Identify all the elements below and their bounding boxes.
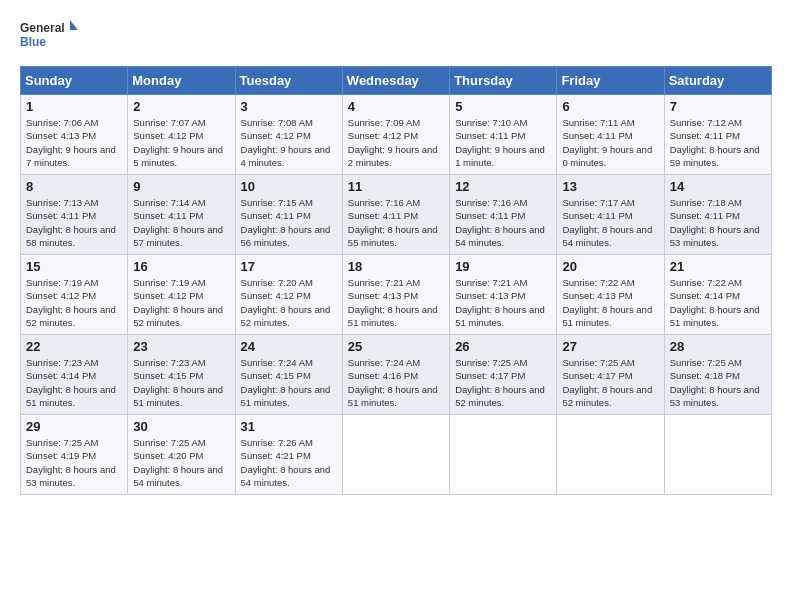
header-monday: Monday: [128, 67, 235, 95]
day-info: Sunrise: 7:15 AMSunset: 4:11 PMDaylight:…: [241, 196, 337, 249]
day-number: 8: [26, 179, 122, 194]
day-cell: 15Sunrise: 7:19 AMSunset: 4:12 PMDayligh…: [21, 255, 128, 335]
page-header: General Blue: [20, 16, 772, 56]
day-number: 30: [133, 419, 229, 434]
day-cell: 28Sunrise: 7:25 AMSunset: 4:18 PMDayligh…: [664, 335, 771, 415]
week-row-4: 22Sunrise: 7:23 AMSunset: 4:14 PMDayligh…: [21, 335, 772, 415]
day-info: Sunrise: 7:25 AMSunset: 4:19 PMDaylight:…: [26, 436, 122, 489]
day-info: Sunrise: 7:17 AMSunset: 4:11 PMDaylight:…: [562, 196, 658, 249]
header-thursday: Thursday: [450, 67, 557, 95]
day-info: Sunrise: 7:24 AMSunset: 4:15 PMDaylight:…: [241, 356, 337, 409]
day-cell: 30Sunrise: 7:25 AMSunset: 4:20 PMDayligh…: [128, 415, 235, 495]
day-number: 12: [455, 179, 551, 194]
day-number: 22: [26, 339, 122, 354]
day-cell: 19Sunrise: 7:21 AMSunset: 4:13 PMDayligh…: [450, 255, 557, 335]
week-row-5: 29Sunrise: 7:25 AMSunset: 4:19 PMDayligh…: [21, 415, 772, 495]
day-info: Sunrise: 7:25 AMSunset: 4:17 PMDaylight:…: [455, 356, 551, 409]
day-number: 1: [26, 99, 122, 114]
day-number: 27: [562, 339, 658, 354]
day-number: 3: [241, 99, 337, 114]
header-friday: Friday: [557, 67, 664, 95]
day-info: Sunrise: 7:16 AMSunset: 4:11 PMDaylight:…: [348, 196, 444, 249]
day-cell: 13Sunrise: 7:17 AMSunset: 4:11 PMDayligh…: [557, 175, 664, 255]
day-number: 7: [670, 99, 766, 114]
day-cell: 7Sunrise: 7:12 AMSunset: 4:11 PMDaylight…: [664, 95, 771, 175]
day-info: Sunrise: 7:22 AMSunset: 4:13 PMDaylight:…: [562, 276, 658, 329]
svg-text:General: General: [20, 21, 65, 35]
day-number: 17: [241, 259, 337, 274]
day-number: 16: [133, 259, 229, 274]
day-cell: 6Sunrise: 7:11 AMSunset: 4:11 PMDaylight…: [557, 95, 664, 175]
day-info: Sunrise: 7:14 AMSunset: 4:11 PMDaylight:…: [133, 196, 229, 249]
day-number: 4: [348, 99, 444, 114]
day-cell: 21Sunrise: 7:22 AMSunset: 4:14 PMDayligh…: [664, 255, 771, 335]
header-saturday: Saturday: [664, 67, 771, 95]
day-info: Sunrise: 7:07 AMSunset: 4:12 PMDaylight:…: [133, 116, 229, 169]
day-cell: 10Sunrise: 7:15 AMSunset: 4:11 PMDayligh…: [235, 175, 342, 255]
day-cell: 5Sunrise: 7:10 AMSunset: 4:11 PMDaylight…: [450, 95, 557, 175]
svg-marker-2: [70, 20, 78, 30]
week-row-2: 8Sunrise: 7:13 AMSunset: 4:11 PMDaylight…: [21, 175, 772, 255]
day-number: 13: [562, 179, 658, 194]
logo: General Blue: [20, 16, 80, 56]
day-cell: 2Sunrise: 7:07 AMSunset: 4:12 PMDaylight…: [128, 95, 235, 175]
header-tuesday: Tuesday: [235, 67, 342, 95]
day-info: Sunrise: 7:19 AMSunset: 4:12 PMDaylight:…: [133, 276, 229, 329]
header-sunday: Sunday: [21, 67, 128, 95]
day-number: 15: [26, 259, 122, 274]
day-cell: 25Sunrise: 7:24 AMSunset: 4:16 PMDayligh…: [342, 335, 449, 415]
day-number: 19: [455, 259, 551, 274]
day-number: 29: [26, 419, 122, 434]
logo-svg: General Blue: [20, 16, 80, 56]
day-info: Sunrise: 7:18 AMSunset: 4:11 PMDaylight:…: [670, 196, 766, 249]
day-info: Sunrise: 7:21 AMSunset: 4:13 PMDaylight:…: [455, 276, 551, 329]
day-cell: 11Sunrise: 7:16 AMSunset: 4:11 PMDayligh…: [342, 175, 449, 255]
day-number: 23: [133, 339, 229, 354]
day-info: Sunrise: 7:13 AMSunset: 4:11 PMDaylight:…: [26, 196, 122, 249]
day-info: Sunrise: 7:10 AMSunset: 4:11 PMDaylight:…: [455, 116, 551, 169]
day-number: 5: [455, 99, 551, 114]
day-info: Sunrise: 7:12 AMSunset: 4:11 PMDaylight:…: [670, 116, 766, 169]
day-number: 14: [670, 179, 766, 194]
day-cell: 20Sunrise: 7:22 AMSunset: 4:13 PMDayligh…: [557, 255, 664, 335]
day-number: 31: [241, 419, 337, 434]
week-row-3: 15Sunrise: 7:19 AMSunset: 4:12 PMDayligh…: [21, 255, 772, 335]
header-wednesday: Wednesday: [342, 67, 449, 95]
day-info: Sunrise: 7:19 AMSunset: 4:12 PMDaylight:…: [26, 276, 122, 329]
day-number: 26: [455, 339, 551, 354]
day-info: Sunrise: 7:23 AMSunset: 4:15 PMDaylight:…: [133, 356, 229, 409]
day-number: 25: [348, 339, 444, 354]
day-cell: 14Sunrise: 7:18 AMSunset: 4:11 PMDayligh…: [664, 175, 771, 255]
day-info: Sunrise: 7:25 AMSunset: 4:18 PMDaylight:…: [670, 356, 766, 409]
day-info: Sunrise: 7:26 AMSunset: 4:21 PMDaylight:…: [241, 436, 337, 489]
day-cell: 12Sunrise: 7:16 AMSunset: 4:11 PMDayligh…: [450, 175, 557, 255]
day-cell: 26Sunrise: 7:25 AMSunset: 4:17 PMDayligh…: [450, 335, 557, 415]
day-info: Sunrise: 7:25 AMSunset: 4:17 PMDaylight:…: [562, 356, 658, 409]
day-cell: 27Sunrise: 7:25 AMSunset: 4:17 PMDayligh…: [557, 335, 664, 415]
day-number: 9: [133, 179, 229, 194]
day-cell: 17Sunrise: 7:20 AMSunset: 4:12 PMDayligh…: [235, 255, 342, 335]
day-info: Sunrise: 7:20 AMSunset: 4:12 PMDaylight:…: [241, 276, 337, 329]
calendar-table: SundayMondayTuesdayWednesdayThursdayFrid…: [20, 66, 772, 495]
day-info: Sunrise: 7:11 AMSunset: 4:11 PMDaylight:…: [562, 116, 658, 169]
day-number: 20: [562, 259, 658, 274]
day-cell: 31Sunrise: 7:26 AMSunset: 4:21 PMDayligh…: [235, 415, 342, 495]
day-info: Sunrise: 7:09 AMSunset: 4:12 PMDaylight:…: [348, 116, 444, 169]
day-info: Sunrise: 7:06 AMSunset: 4:13 PMDaylight:…: [26, 116, 122, 169]
day-cell: 8Sunrise: 7:13 AMSunset: 4:11 PMDaylight…: [21, 175, 128, 255]
day-info: Sunrise: 7:21 AMSunset: 4:13 PMDaylight:…: [348, 276, 444, 329]
day-cell: 23Sunrise: 7:23 AMSunset: 4:15 PMDayligh…: [128, 335, 235, 415]
day-cell: 18Sunrise: 7:21 AMSunset: 4:13 PMDayligh…: [342, 255, 449, 335]
calendar-header-row: SundayMondayTuesdayWednesdayThursdayFrid…: [21, 67, 772, 95]
day-number: 28: [670, 339, 766, 354]
day-cell: [450, 415, 557, 495]
svg-text:Blue: Blue: [20, 35, 46, 49]
day-cell: 16Sunrise: 7:19 AMSunset: 4:12 PMDayligh…: [128, 255, 235, 335]
day-number: 10: [241, 179, 337, 194]
day-number: 21: [670, 259, 766, 274]
day-cell: 22Sunrise: 7:23 AMSunset: 4:14 PMDayligh…: [21, 335, 128, 415]
day-number: 2: [133, 99, 229, 114]
day-cell: 1Sunrise: 7:06 AMSunset: 4:13 PMDaylight…: [21, 95, 128, 175]
day-number: 11: [348, 179, 444, 194]
day-cell: 24Sunrise: 7:24 AMSunset: 4:15 PMDayligh…: [235, 335, 342, 415]
